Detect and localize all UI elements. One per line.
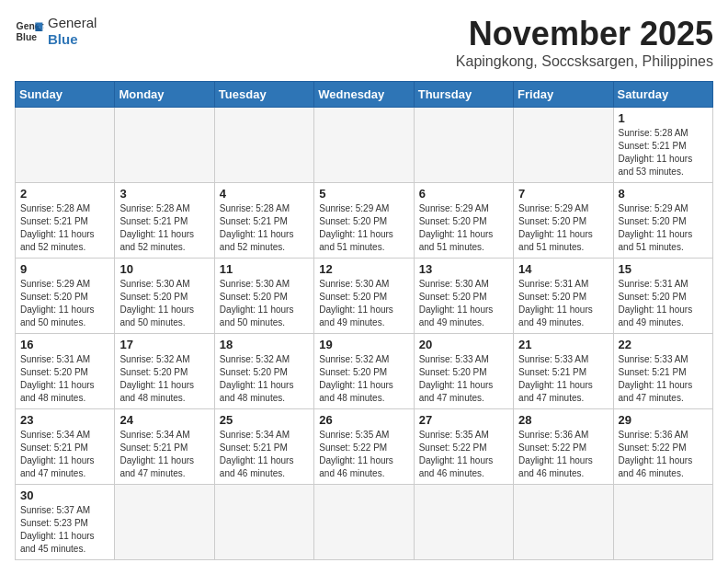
- cell-info: Sunrise: 5:33 AM Sunset: 5:21 PM Dayligh…: [619, 353, 708, 405]
- calendar-cell: [314, 108, 414, 183]
- day-number: 4: [220, 187, 309, 201]
- calendar-cell: 27Sunrise: 5:35 AM Sunset: 5:22 PM Dayli…: [414, 409, 513, 485]
- cell-info: Sunrise: 5:33 AM Sunset: 5:21 PM Dayligh…: [518, 353, 608, 405]
- calendar-cell: [214, 485, 313, 560]
- calendar-cell: 23Sunrise: 5:34 AM Sunset: 5:21 PM Dayli…: [16, 409, 115, 485]
- cell-info: Sunrise: 5:28 AM Sunset: 5:21 PM Dayligh…: [119, 202, 209, 254]
- calendar-cell: 20Sunrise: 5:33 AM Sunset: 5:20 PM Dayli…: [414, 334, 513, 409]
- cell-info: Sunrise: 5:36 AM Sunset: 5:22 PM Dayligh…: [619, 429, 708, 480]
- calendar-cell: 17Sunrise: 5:32 AM Sunset: 5:20 PM Dayli…: [115, 334, 214, 409]
- weekday-header-sunday: Sunday: [16, 82, 115, 108]
- cell-info: Sunrise: 5:30 AM Sunset: 5:20 PM Dayligh…: [319, 278, 408, 329]
- day-number: 26: [319, 413, 408, 427]
- cell-info: Sunrise: 5:29 AM Sunset: 5:20 PM Dayligh…: [419, 202, 508, 254]
- cell-info: Sunrise: 5:36 AM Sunset: 5:22 PM Dayligh…: [518, 429, 608, 480]
- day-number: 29: [619, 413, 708, 427]
- logo: General Blue General Blue: [15, 15, 97, 48]
- cell-info: Sunrise: 5:28 AM Sunset: 5:21 PM Dayligh…: [20, 202, 109, 254]
- calendar-cell: 28Sunrise: 5:36 AM Sunset: 5:22 PM Dayli…: [514, 409, 613, 485]
- cell-info: Sunrise: 5:34 AM Sunset: 5:21 PM Dayligh…: [119, 429, 209, 480]
- day-number: 5: [319, 187, 408, 201]
- calendar-cell: 8Sunrise: 5:29 AM Sunset: 5:20 PM Daylig…: [613, 183, 712, 259]
- day-number: 28: [518, 413, 608, 427]
- day-number: 27: [419, 413, 508, 427]
- logo-blue: Blue: [48, 31, 97, 48]
- calendar-cell: 14Sunrise: 5:31 AM Sunset: 5:20 PM Dayli…: [514, 259, 613, 334]
- calendar-cell: 26Sunrise: 5:35 AM Sunset: 5:22 PM Dayli…: [314, 409, 414, 485]
- calendar-week-row: 2Sunrise: 5:28 AM Sunset: 5:21 PM Daylig…: [16, 183, 713, 259]
- calendar-cell: 18Sunrise: 5:32 AM Sunset: 5:20 PM Dayli…: [214, 334, 313, 409]
- day-number: 11: [220, 262, 309, 276]
- cell-info: Sunrise: 5:30 AM Sunset: 5:20 PM Dayligh…: [119, 278, 209, 329]
- cell-info: Sunrise: 5:32 AM Sunset: 5:20 PM Dayligh…: [319, 353, 408, 405]
- calendar-cell: 29Sunrise: 5:36 AM Sunset: 5:22 PM Dayli…: [613, 409, 712, 485]
- calendar-cell: 5Sunrise: 5:29 AM Sunset: 5:20 PM Daylig…: [314, 183, 414, 259]
- day-number: 2: [20, 187, 109, 201]
- calendar-cell: 19Sunrise: 5:32 AM Sunset: 5:20 PM Dayli…: [314, 334, 414, 409]
- cell-info: Sunrise: 5:30 AM Sunset: 5:20 PM Dayligh…: [419, 278, 508, 329]
- day-number: 24: [119, 413, 209, 427]
- calendar-cell: 25Sunrise: 5:34 AM Sunset: 5:21 PM Dayli…: [214, 409, 313, 485]
- calendar-cell: [314, 485, 414, 560]
- calendar-cell: [115, 485, 214, 560]
- cell-info: Sunrise: 5:29 AM Sunset: 5:20 PM Dayligh…: [518, 202, 608, 254]
- weekday-header-wednesday: Wednesday: [314, 82, 414, 108]
- cell-info: Sunrise: 5:34 AM Sunset: 5:21 PM Dayligh…: [20, 429, 109, 480]
- weekday-header-thursday: Thursday: [414, 82, 513, 108]
- calendar-cell: [514, 108, 613, 183]
- day-number: 9: [20, 262, 109, 276]
- title-section: November 2025 Kapingkong, Soccsksargen, …: [456, 15, 713, 70]
- logo-general: General: [48, 15, 97, 31]
- day-number: 10: [119, 262, 209, 276]
- month-title: November 2025: [456, 15, 713, 53]
- calendar-cell: 21Sunrise: 5:33 AM Sunset: 5:21 PM Dayli…: [514, 334, 613, 409]
- calendar-header-row: SundayMondayTuesdayWednesdayThursdayFrid…: [16, 82, 713, 108]
- svg-text:Blue: Blue: [17, 32, 38, 42]
- calendar-cell: 30Sunrise: 5:37 AM Sunset: 5:23 PM Dayli…: [16, 485, 115, 560]
- calendar-cell: 22Sunrise: 5:33 AM Sunset: 5:21 PM Dayli…: [613, 334, 712, 409]
- calendar-cell: 13Sunrise: 5:30 AM Sunset: 5:20 PM Dayli…: [414, 259, 513, 334]
- weekday-header-tuesday: Tuesday: [214, 82, 313, 108]
- cell-info: Sunrise: 5:28 AM Sunset: 5:21 PM Dayligh…: [220, 202, 309, 254]
- day-number: 20: [419, 338, 508, 351]
- weekday-header-saturday: Saturday: [613, 82, 712, 108]
- calendar-cell: 6Sunrise: 5:29 AM Sunset: 5:20 PM Daylig…: [414, 183, 513, 259]
- cell-info: Sunrise: 5:31 AM Sunset: 5:20 PM Dayligh…: [619, 278, 708, 329]
- day-number: 3: [119, 187, 209, 201]
- cell-info: Sunrise: 5:31 AM Sunset: 5:20 PM Dayligh…: [518, 278, 608, 329]
- location-subtitle: Kapingkong, Soccsksargen, Philippines: [456, 53, 713, 70]
- cell-info: Sunrise: 5:33 AM Sunset: 5:20 PM Dayligh…: [419, 353, 508, 405]
- page-header: General Blue General Blue November 2025 …: [15, 15, 713, 70]
- cell-info: Sunrise: 5:31 AM Sunset: 5:20 PM Dayligh…: [20, 353, 109, 405]
- calendar-cell: [214, 108, 313, 183]
- cell-info: Sunrise: 5:37 AM Sunset: 5:23 PM Dayligh…: [20, 504, 109, 556]
- cell-info: Sunrise: 5:30 AM Sunset: 5:20 PM Dayligh…: [220, 278, 309, 329]
- calendar-cell: 12Sunrise: 5:30 AM Sunset: 5:20 PM Dayli…: [314, 259, 414, 334]
- day-number: 17: [119, 338, 209, 351]
- day-number: 1: [619, 111, 708, 125]
- calendar-cell: [414, 108, 513, 183]
- calendar-cell: [16, 108, 115, 183]
- day-number: 19: [319, 338, 408, 351]
- day-number: 8: [619, 187, 708, 201]
- calendar-cell: 2Sunrise: 5:28 AM Sunset: 5:21 PM Daylig…: [16, 183, 115, 259]
- calendar-cell: [115, 108, 214, 183]
- day-number: 16: [20, 338, 109, 351]
- cell-info: Sunrise: 5:32 AM Sunset: 5:20 PM Dayligh…: [220, 353, 309, 405]
- cell-info: Sunrise: 5:29 AM Sunset: 5:20 PM Dayligh…: [619, 202, 708, 254]
- cell-info: Sunrise: 5:35 AM Sunset: 5:22 PM Dayligh…: [319, 429, 408, 480]
- calendar-table: SundayMondayTuesdayWednesdayThursdayFrid…: [15, 81, 713, 560]
- calendar-cell: [414, 485, 513, 560]
- day-number: 30: [20, 488, 109, 502]
- weekday-header-monday: Monday: [115, 82, 214, 108]
- calendar-cell: 1Sunrise: 5:28 AM Sunset: 5:21 PM Daylig…: [613, 108, 712, 183]
- calendar-cell: 11Sunrise: 5:30 AM Sunset: 5:20 PM Dayli…: [214, 259, 313, 334]
- cell-info: Sunrise: 5:35 AM Sunset: 5:22 PM Dayligh…: [419, 429, 508, 480]
- calendar-week-row: 30Sunrise: 5:37 AM Sunset: 5:23 PM Dayli…: [16, 485, 713, 560]
- calendar-cell: 16Sunrise: 5:31 AM Sunset: 5:20 PM Dayli…: [16, 334, 115, 409]
- day-number: 22: [619, 338, 708, 351]
- day-number: 13: [419, 262, 508, 276]
- day-number: 12: [319, 262, 408, 276]
- day-number: 7: [518, 187, 608, 201]
- calendar-cell: 15Sunrise: 5:31 AM Sunset: 5:20 PM Dayli…: [613, 259, 712, 334]
